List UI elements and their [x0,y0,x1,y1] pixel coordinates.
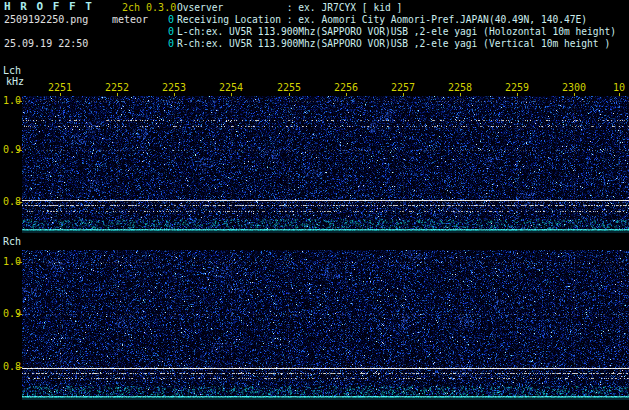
meteor-count-value: 0 [160,14,174,25]
r-channel-line: R-ch:ex. UV5R 113.900Mhz(SAPPORO VOR)USB… [177,38,610,49]
meteor-count-value: 0 [160,38,174,49]
time-label: 2257 [391,82,415,93]
l-channel-line: L-ch:ex. UV5R 113.900Mhz(SAPPORO VOR)USB… [177,26,616,37]
lch-spectrogram [22,96,629,233]
meteor-count-label: meteor [112,14,148,25]
observer-line: Ovserver : ex. JR7CYX [ kid ] [177,2,402,13]
location-line: Receiving Location : ex. Aomori City Aom… [177,14,587,25]
time-label: 10 [613,82,625,93]
time-label: 2251 [48,82,72,93]
time-label: 2259 [505,82,529,93]
time-label: 2253 [162,82,186,93]
khz-unit-label: kHz [6,76,24,87]
time-label: 2300 [562,82,586,93]
time-label: 2256 [334,82,358,93]
hrofft-screen: H R O F F T 2ch 0.3.0 2509192250.png met… [0,0,629,410]
rch-axis-label: Rch [3,236,21,247]
time-label: 2258 [448,82,472,93]
meteor-count-value: 0 [160,26,174,37]
lch-axis-label: Lch [3,65,21,76]
time-label: 2254 [219,82,243,93]
app-version: 2ch 0.3.0 [122,2,176,13]
time-label: 2252 [105,82,129,93]
app-logo: H R O F F T [4,1,93,12]
time-label: 2255 [277,82,301,93]
timestamp: 25.09.19 22:50 [4,38,88,49]
rch-spectrogram [22,250,629,400]
output-filename: 2509192250.png [4,14,88,25]
